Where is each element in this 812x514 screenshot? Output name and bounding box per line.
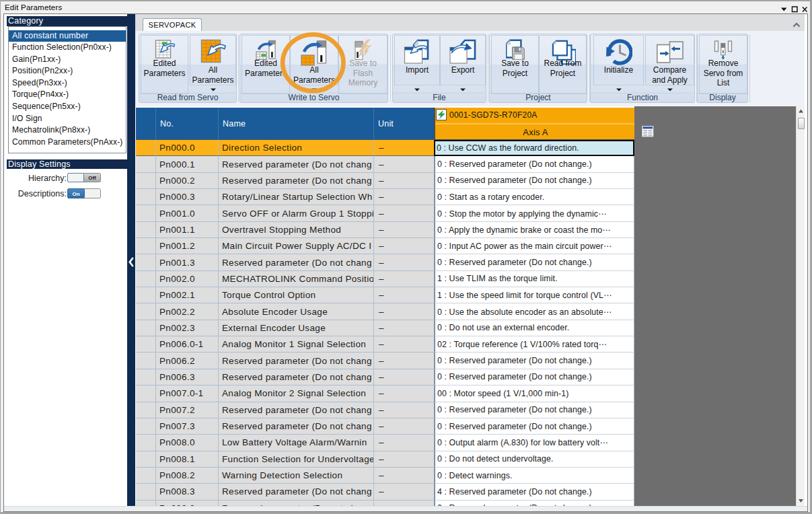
svg-text:Off: Off [88, 175, 96, 181]
svg-text:On: On [72, 191, 79, 197]
